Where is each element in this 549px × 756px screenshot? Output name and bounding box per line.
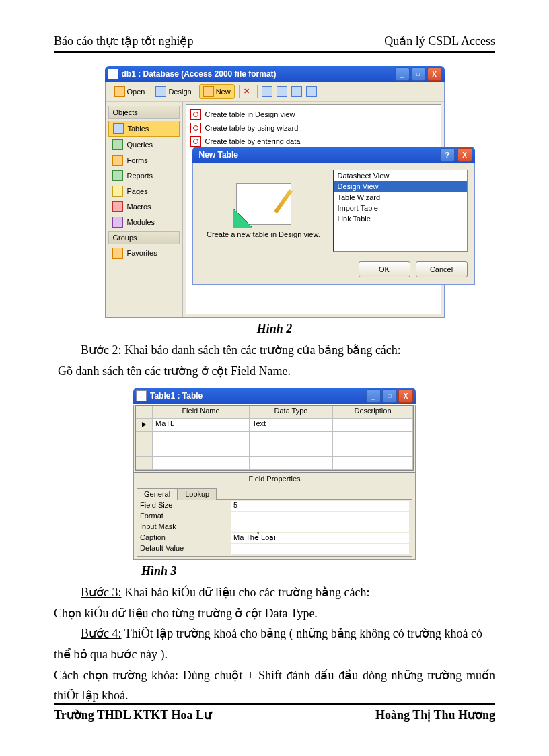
dialog-option[interactable]: Link Table bbox=[334, 213, 467, 224]
prop-label: Input Mask bbox=[140, 522, 231, 533]
minimize-button[interactable]: _ bbox=[366, 389, 381, 403]
cell-datatype[interactable]: Text bbox=[250, 419, 333, 431]
sidebar-header-groups[interactable]: Groups bbox=[108, 231, 180, 244]
list-item[interactable]: Create table by entering data bbox=[189, 135, 438, 148]
design-label: Design bbox=[168, 88, 191, 96]
col-fieldname[interactable]: Field Name bbox=[153, 406, 250, 418]
step-2-label: Bước 2 bbox=[81, 343, 118, 357]
prop-caption[interactable]: CaptionMã Thể Loại bbox=[140, 533, 409, 544]
prop-fieldsize[interactable]: Field Size5 bbox=[140, 501, 409, 512]
new-label: New bbox=[216, 88, 231, 96]
step-3: Bước 3: Khai báo kiÓu dữ liệu cho các tr… bbox=[54, 582, 495, 603]
prop-label: Caption bbox=[140, 533, 231, 544]
step-2-sub: Gõ danh sách tên các trường ở cột Field … bbox=[58, 361, 495, 382]
dialog-option[interactable]: Table Wizard bbox=[334, 192, 467, 203]
toolbar-sep bbox=[239, 85, 240, 98]
small-icons-button[interactable] bbox=[277, 86, 287, 97]
close-button[interactable]: X bbox=[398, 389, 413, 403]
sidebar-item-tables[interactable]: Tables bbox=[108, 121, 180, 137]
cancel-button[interactable]: Cancel bbox=[416, 261, 468, 277]
prop-label: Format bbox=[140, 512, 231, 522]
list-button[interactable] bbox=[291, 86, 302, 97]
prop-value[interactable]: 5 bbox=[231, 501, 409, 511]
tab-lookup[interactable]: Lookup bbox=[178, 488, 217, 500]
sidebar-item-forms[interactable]: Forms bbox=[108, 153, 180, 168]
db-titlebar[interactable]: db1 : Database (Access 2000 file format)… bbox=[105, 66, 445, 82]
close-button[interactable]: X bbox=[427, 67, 442, 81]
step-3-label: Bước 3: bbox=[81, 586, 122, 599]
prop-label: Default Value bbox=[140, 544, 231, 555]
prop-value[interactable]: Mã Thể Loại bbox=[231, 533, 409, 543]
sidebar-item-queries[interactable]: Queries bbox=[108, 137, 180, 152]
prop-value[interactable] bbox=[231, 512, 409, 522]
grid-row[interactable]: MaTL Text bbox=[136, 419, 413, 432]
minimize-button[interactable]: _ bbox=[395, 67, 410, 81]
sidebar-header-objects[interactable]: Objects bbox=[108, 106, 180, 119]
prop-format[interactable]: Format bbox=[140, 512, 409, 522]
prop-value[interactable] bbox=[231, 522, 409, 532]
step-3-sub: Chọn kiÓu dữ liệu cho từng trường ở cột … bbox=[54, 603, 495, 624]
open-button[interactable]: Open bbox=[111, 85, 149, 98]
ruler-icon bbox=[233, 208, 253, 228]
step-4-label: Bước 4: bbox=[81, 627, 122, 640]
prop-default[interactable]: Default Value bbox=[140, 544, 409, 555]
sidebar-item-pages[interactable]: Pages bbox=[108, 184, 180, 199]
details-button[interactable] bbox=[306, 86, 317, 97]
favorites-icon bbox=[112, 248, 123, 259]
sidebar-item-reports[interactable]: Reports bbox=[108, 168, 180, 183]
header-left: Báo cáo thực tập tốt nghiệp bbox=[54, 34, 193, 48]
dialog-preview-image bbox=[236, 183, 291, 225]
delete-icon[interactable]: ✕ bbox=[244, 87, 253, 96]
cell-fieldname[interactable]: MaTL bbox=[153, 419, 250, 431]
queries-icon bbox=[112, 139, 123, 150]
maximize-button[interactable]: □ bbox=[382, 389, 397, 403]
cell-description[interactable] bbox=[333, 419, 413, 431]
new-button[interactable]: New bbox=[199, 84, 235, 99]
ok-button[interactable]: OK bbox=[359, 261, 410, 277]
dialog-titlebar[interactable]: New Table ? X bbox=[192, 147, 475, 163]
design-icon bbox=[155, 86, 166, 97]
sidebar-item-favorites[interactable]: Favorites bbox=[108, 246, 180, 261]
header-rule bbox=[54, 51, 495, 53]
favorites-label: Favorites bbox=[127, 249, 157, 257]
prop-inputmask[interactable]: Input Mask bbox=[140, 522, 409, 533]
reports-label: Reports bbox=[127, 172, 153, 180]
dialog-option[interactable]: Datasheet View bbox=[334, 170, 467, 181]
sidebar-item-macros[interactable]: Macros bbox=[108, 199, 180, 214]
pencil-icon bbox=[274, 189, 293, 213]
figure-3-caption: Hình 3 bbox=[141, 564, 495, 578]
field-grid: Field Name Data Type Description MaTL Te… bbox=[135, 405, 414, 471]
table-titlebar[interactable]: Table1 : Table _ □ X bbox=[133, 388, 416, 404]
list-item[interactable]: Create table by using wizard bbox=[189, 121, 438, 135]
dialog-option[interactable]: Import Table bbox=[334, 203, 467, 213]
row-selector[interactable] bbox=[136, 419, 153, 431]
help-button[interactable]: ? bbox=[440, 148, 455, 162]
properties-pane: Field Size5 Format Input Mask CaptionMã … bbox=[137, 499, 412, 557]
create-icon bbox=[190, 136, 201, 147]
db-title: db1 : Database (Access 2000 file format) bbox=[122, 69, 395, 79]
grid-row[interactable] bbox=[136, 444, 413, 457]
objects-sidebar: Objects Tables Queries Forms Reports Pag… bbox=[106, 102, 183, 317]
grid-row[interactable] bbox=[136, 457, 413, 470]
col-datatype[interactable]: Data Type bbox=[250, 406, 333, 418]
footer-left: Trường THDL KTKT Hoa Lư bbox=[54, 708, 211, 722]
col-description[interactable]: Description bbox=[333, 406, 413, 418]
dialog-close-button[interactable]: X bbox=[458, 148, 472, 162]
step-2: Bước 2: Khai báo danh sách tên các trườn… bbox=[54, 340, 495, 361]
forms-label: Forms bbox=[127, 156, 148, 164]
create-icon bbox=[190, 109, 201, 120]
modules-label: Modules bbox=[127, 218, 155, 226]
grid-row[interactable] bbox=[136, 432, 413, 444]
tab-general[interactable]: General bbox=[137, 488, 178, 500]
maximize-button[interactable]: □ bbox=[411, 67, 426, 81]
dialog-options-list[interactable]: Datasheet View Design View Table Wizard … bbox=[333, 170, 468, 252]
list-item[interactable]: Create table in Design view bbox=[189, 108, 438, 121]
list-label: Create table by using wizard bbox=[205, 124, 299, 132]
dialog-option-selected[interactable]: Design View bbox=[334, 181, 467, 192]
large-icons-button[interactable] bbox=[262, 86, 272, 97]
prop-value[interactable] bbox=[231, 544, 409, 554]
design-button[interactable]: Design bbox=[152, 85, 194, 98]
dialog-preview: Create a new table in Design view. bbox=[200, 170, 328, 252]
sidebar-item-modules[interactable]: Modules bbox=[108, 215, 180, 230]
queries-label: Queries bbox=[127, 141, 153, 149]
